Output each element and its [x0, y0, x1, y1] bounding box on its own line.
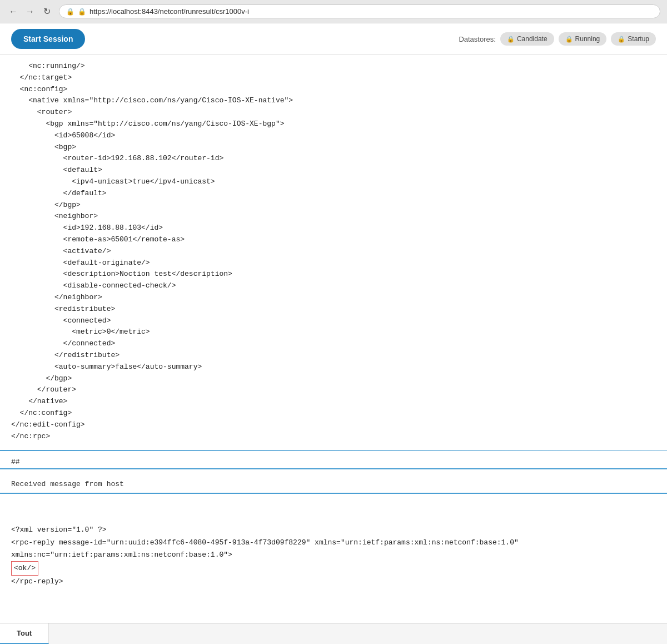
- nav-buttons: ← → ↻: [7, 5, 53, 18]
- response-xml: <?xml version="1.0" ?> <rpc-reply messag…: [11, 526, 519, 558]
- url-text: https://localhost:8443/netconf/runresult…: [89, 7, 249, 16]
- address-bar[interactable]: 🔒 🔒 https://localhost:8443/netconf/runre…: [59, 4, 660, 18]
- candidate-lock-icon: 🔒: [507, 36, 515, 43]
- section-separator-text: ##: [0, 453, 667, 468]
- tab-tout-label: Tout: [17, 629, 32, 637]
- startup-lock-icon: 🔒: [618, 36, 625, 43]
- tab-tout[interactable]: Tout: [0, 623, 49, 644]
- candidate-button[interactable]: 🔒 Candidate: [500, 32, 554, 46]
- browser-chrome: ← → ↻ 🔒 🔒 https://localhost:8443/netconf…: [0, 0, 667, 23]
- running-lock-icon: 🔒: [565, 36, 573, 43]
- ok-tag: <ok/>: [11, 561, 38, 576]
- start-session-button[interactable]: Start Session: [11, 29, 85, 49]
- separator-line: [0, 450, 667, 451]
- candidate-label: Candidate: [517, 35, 547, 43]
- received-text: Received message from host: [11, 480, 124, 488]
- startup-label: Startup: [628, 35, 649, 43]
- startup-button[interactable]: 🔒 Startup: [611, 32, 656, 46]
- datastores-section: Datastores: 🔒 Candidate 🔒 Running 🔒 Star…: [459, 32, 656, 46]
- lock-icon: 🔒: [78, 8, 86, 16]
- reload-button[interactable]: ↻: [40, 5, 53, 18]
- main-content: <nc:running/> </nc:target> <nc:config> <…: [0, 55, 667, 644]
- ok-tag-container: <ok/>: [11, 564, 38, 572]
- forward-button[interactable]: →: [23, 5, 37, 18]
- received-message-label: Received message from host: [0, 469, 667, 493]
- browser-toolbar: ← → ↻ 🔒 🔒 https://localhost:8443/netconf…: [0, 0, 667, 23]
- security-icon: 🔒: [66, 8, 74, 16]
- back-button[interactable]: ←: [7, 5, 20, 18]
- app-header: Start Session Datastores: 🔒 Candidate 🔒 …: [0, 23, 667, 55]
- rpc-reply-close: </rpc-reply>: [11, 577, 63, 586]
- running-button[interactable]: 🔒 Running: [559, 32, 607, 46]
- bottom-tab-bar: Tout: [0, 623, 667, 644]
- xml-display: <nc:running/> </nc:target> <nc:config> <…: [0, 55, 667, 448]
- running-label: Running: [575, 35, 600, 43]
- response-content: <?xml version="1.0" ?> <rpc-reply messag…: [0, 494, 667, 606]
- datastores-label: Datastores:: [459, 35, 495, 43]
